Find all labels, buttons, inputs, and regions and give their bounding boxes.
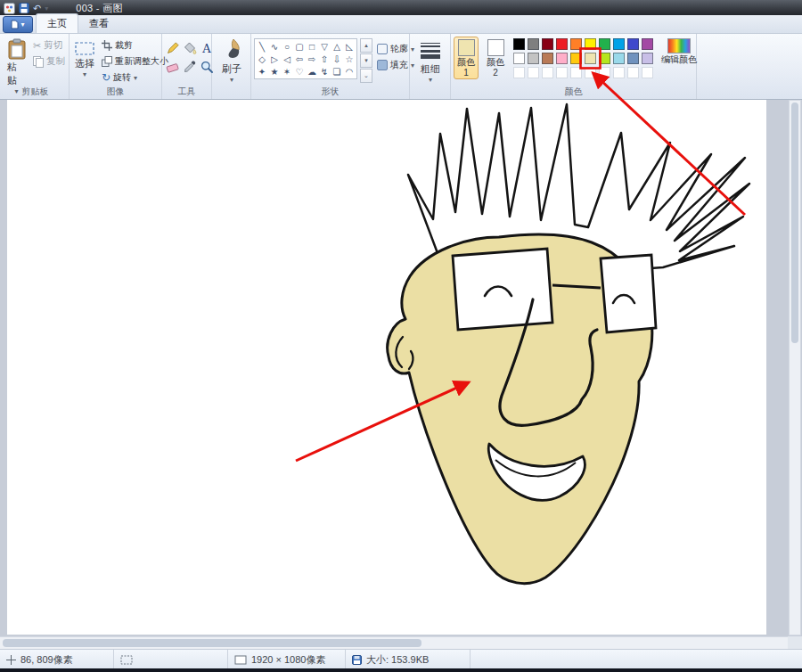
- colors-group-label: 颜色: [451, 86, 696, 98]
- app-menu-button[interactable]: ▾: [3, 16, 33, 33]
- palette-swatch[interactable]: [513, 67, 525, 78]
- palette-swatch[interactable]: [627, 67, 639, 78]
- palette-swatch[interactable]: [627, 53, 639, 64]
- shape-icon[interactable]: ▷: [268, 53, 281, 65]
- mouth-inner-line: [495, 460, 576, 476]
- shape-icon[interactable]: ✦: [256, 65, 268, 78]
- edit-colors-button[interactable]: 编辑颜色: [658, 37, 700, 67]
- fill-bucket-icon: [183, 41, 197, 55]
- horizontal-scrollbar-thumb[interactable]: [3, 639, 421, 647]
- pencil-tool-button[interactable]: [165, 39, 181, 57]
- svg-text:A: A: [201, 42, 211, 55]
- shape-icon[interactable]: ⇩: [331, 53, 343, 65]
- palette-swatch[interactable]: [585, 67, 596, 78]
- undo-button[interactable]: ↶: [33, 4, 41, 13]
- right-eye: [613, 295, 634, 303]
- shape-icon[interactable]: ★: [268, 65, 281, 78]
- palette-swatch[interactable]: [570, 67, 582, 78]
- glasses-bridge: [552, 285, 601, 288]
- palette-swatch[interactable]: [585, 38, 596, 50]
- mouth: [488, 444, 585, 500]
- palette-swatch-highlight[interactable]: [585, 53, 596, 64]
- palette-swatch[interactable]: [528, 53, 539, 64]
- palette-swatch[interactable]: [513, 38, 525, 50]
- palette-swatch[interactable]: [599, 38, 610, 50]
- select-button[interactable]: 选择 ▾: [72, 37, 97, 79]
- palette-swatch[interactable]: [627, 38, 639, 50]
- rotate-button[interactable]: ↻ 旋转 ▾: [100, 70, 170, 85]
- palette-swatch[interactable]: [528, 67, 539, 78]
- eraser-tool-button[interactable]: [165, 58, 181, 76]
- copy-button[interactable]: 复制: [31, 54, 67, 69]
- palette-swatch[interactable]: [613, 53, 625, 64]
- tab-home[interactable]: 主页: [36, 13, 78, 33]
- palette-swatch[interactable]: [556, 67, 568, 78]
- crop-button[interactable]: 裁剪: [100, 38, 170, 53]
- brushes-button[interactable]: 刷子 ▾: [219, 37, 244, 85]
- resize-button[interactable]: 重新调整大小: [100, 54, 170, 69]
- palette-swatch[interactable]: [642, 67, 653, 78]
- palette-swatch[interactable]: [513, 53, 525, 64]
- canvas[interactable]: [7, 100, 766, 635]
- shape-icon[interactable]: ⇦: [293, 53, 306, 65]
- qat-dropdown-icon[interactable]: ▾: [45, 5, 48, 12]
- palette-swatch[interactable]: [556, 53, 568, 64]
- shape-icon[interactable]: ⇨: [306, 53, 318, 65]
- horizontal-scrollbar[interactable]: [0, 636, 788, 649]
- shape-icon[interactable]: ☁: [306, 65, 318, 78]
- shape-icon[interactable]: ❏: [331, 65, 343, 78]
- group-size: 粗细 ▾: [410, 34, 451, 99]
- color-picker-tool-button[interactable]: [182, 58, 198, 76]
- copy-icon: [33, 56, 44, 68]
- palette-swatch[interactable]: [599, 67, 610, 78]
- paint-app-icon[interactable]: [4, 3, 15, 14]
- shape-icon[interactable]: ╲: [256, 40, 268, 53]
- fill-tool-button[interactable]: [182, 39, 198, 57]
- palette-swatch[interactable]: [542, 53, 553, 64]
- size-button[interactable]: 粗细 ▾: [418, 38, 443, 85]
- shapes-scroll-down-button[interactable]: ▾: [360, 53, 372, 68]
- color2-button[interactable]: 颜色 2: [483, 37, 508, 79]
- tab-view[interactable]: 查看: [78, 14, 119, 33]
- shape-icon[interactable]: ☆: [343, 53, 356, 65]
- shape-icon[interactable]: ◁: [281, 53, 293, 65]
- vertical-scrollbar[interactable]: [789, 100, 801, 635]
- palette-swatch[interactable]: [570, 38, 582, 50]
- shape-icon[interactable]: ◠: [343, 65, 356, 78]
- shape-icon[interactable]: ▽: [318, 40, 331, 53]
- shapes-gallery-more-button[interactable]: ⌄: [360, 69, 372, 83]
- shape-icon[interactable]: ✶: [281, 65, 293, 78]
- palette-swatch[interactable]: [613, 67, 625, 78]
- rainbow-icon: [667, 38, 691, 53]
- shape-icon[interactable]: ⇧: [318, 53, 331, 65]
- shape-icon[interactable]: □: [306, 40, 318, 53]
- shapes-scroll-up-button[interactable]: ▴: [360, 38, 372, 53]
- color1-button[interactable]: 颜色 1: [454, 37, 479, 79]
- shape-icon[interactable]: ∿: [268, 40, 281, 53]
- palette-swatch[interactable]: [613, 38, 625, 50]
- palette-swatch[interactable]: [570, 53, 582, 64]
- palette-swatch[interactable]: [642, 53, 653, 64]
- group-shapes: ╲∿○▢□▽△◺◇▷◁⇦⇨⇧⇩☆✦★✶♡☁↯❏◠ ▴ ▾ ⌄ 轮廓 ▾ 填充 ▾…: [251, 34, 410, 99]
- status-canvas-size: 1920 × 1080像素: [228, 650, 346, 669]
- palette-swatch[interactable]: [599, 53, 610, 64]
- cut-button[interactable]: ✂ 剪切: [31, 38, 67, 53]
- shape-icon[interactable]: ♡: [293, 65, 306, 78]
- palette-swatch[interactable]: [642, 38, 653, 50]
- palette-swatch[interactable]: [542, 38, 553, 50]
- save-button[interactable]: [19, 3, 29, 13]
- shape-icon[interactable]: ◺: [343, 40, 356, 53]
- palette-swatch[interactable]: [542, 67, 553, 78]
- dropdown-arrow-icon: ▾: [429, 77, 432, 83]
- shape-icon[interactable]: ↯: [318, 65, 331, 78]
- disk-icon: [352, 655, 362, 665]
- palette-swatch[interactable]: [556, 38, 568, 50]
- shape-icon[interactable]: ◇: [256, 53, 268, 65]
- shape-icon[interactable]: ○: [281, 40, 293, 53]
- palette-swatch[interactable]: [528, 38, 539, 50]
- shape-icon[interactable]: △: [331, 40, 343, 53]
- vertical-scrollbar-thumb[interactable]: [791, 102, 798, 343]
- shape-icon[interactable]: ▢: [293, 40, 306, 53]
- left-eye: [485, 287, 511, 297]
- quick-access-toolbar: ↶ ▾: [4, 3, 48, 14]
